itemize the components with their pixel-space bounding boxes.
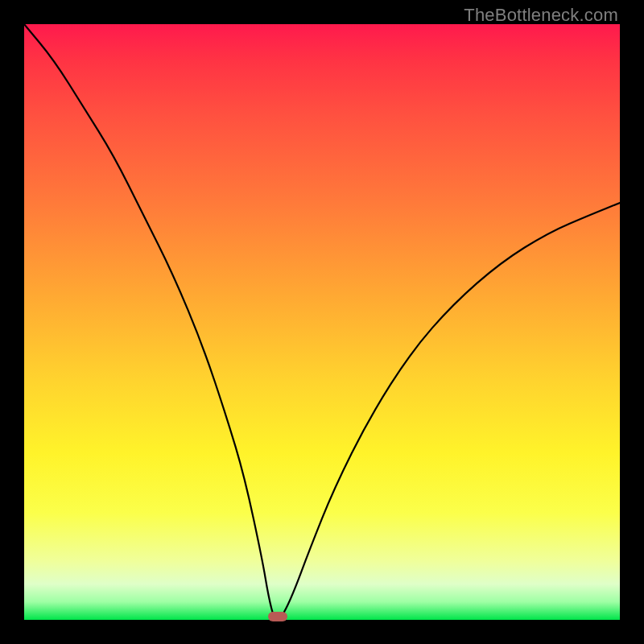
bottleneck-curve bbox=[24, 24, 620, 620]
plot-area bbox=[24, 24, 620, 620]
watermark-text: TheBottleneck.com bbox=[464, 5, 618, 26]
optimal-point-marker bbox=[268, 612, 287, 621]
bottleneck-chart: TheBottleneck.com bbox=[0, 0, 644, 644]
